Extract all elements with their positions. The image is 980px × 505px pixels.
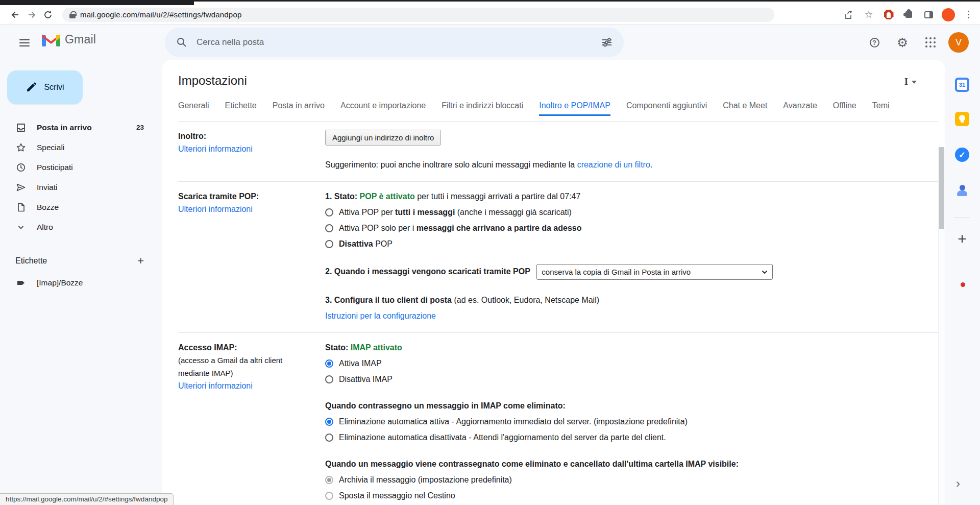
sidebar-item-drafts[interactable]: Bozze [0, 197, 162, 217]
label-tag-icon [15, 278, 27, 288]
tab-componenti-aggiuntivi[interactable]: Componenti aggiuntivi [626, 101, 707, 116]
browser-menu-icon[interactable] [962, 8, 975, 21]
star-icon [15, 142, 27, 153]
search-input[interactable]: Cerca nella posta [197, 37, 601, 47]
browser-tab-strip [0, 0, 980, 5]
sidebar-item-snoozed[interactable]: Posticipati [0, 157, 162, 177]
sidebar-item-inbox[interactable]: Posta in arrivo 23 [0, 117, 162, 137]
radio-icon[interactable] [325, 224, 333, 232]
back-icon[interactable] [7, 7, 23, 23]
sidebar-label-imap-bozze[interactable]: [Imap]/Bozze [0, 274, 162, 292]
tasks-icon[interactable]: ✓ [955, 148, 969, 162]
hide-side-panel-icon[interactable]: › [956, 476, 960, 491]
radio-checked-icon[interactable] [325, 359, 333, 368]
google-apps-icon[interactable] [920, 32, 941, 53]
account-avatar[interactable]: V [948, 32, 969, 53]
main-menu-icon[interactable] [14, 35, 35, 51]
side-panel-icon[interactable] [922, 8, 935, 21]
bookmark-star-icon[interactable]: ☆ [862, 8, 875, 21]
browser-profile-avatar[interactable] [942, 8, 955, 21]
help-icon[interactable]: ? [864, 32, 885, 53]
input-tools-selector[interactable]: I [904, 77, 917, 87]
pop-row: Scarica tramite POP: Ulteriori informazi… [178, 182, 938, 333]
keep-icon[interactable] [955, 112, 969, 126]
tab-account-importazione[interactable]: Account e importazione [340, 101, 426, 116]
settings-gear-icon[interactable]: ⚙ [892, 32, 913, 53]
radio-icon[interactable] [325, 208, 333, 217]
select-caret-icon [762, 270, 768, 274]
sidebar-item-starred[interactable]: Speciali [0, 137, 162, 157]
get-addons-icon[interactable]: + [955, 232, 969, 246]
tab-offline[interactable]: Offline [833, 101, 856, 116]
url-bar[interactable]: mail.google.com/mail/u/2/#settings/fwdan… [62, 8, 774, 22]
tab-filtri-indirizzi[interactable]: Filtri e indirizzi bloccati [442, 101, 523, 116]
companion-divider [954, 218, 970, 218]
radio-icon[interactable] [325, 240, 333, 248]
forwarding-row: Inoltro: Ulteriori informazioni Aggiungi… [178, 122, 938, 182]
search-icon[interactable] [176, 37, 187, 48]
gmail-m-icon [42, 33, 60, 46]
configuration-instructions-link[interactable]: Istruzioni per la configurazione [325, 311, 436, 320]
imap-sublabel: (accesso a Gmail da altri client mediant… [178, 354, 297, 379]
lock-icon [69, 14, 76, 18]
tab-etichette[interactable]: Etichette [225, 101, 256, 116]
imap-status-value: IMAP attivato [351, 343, 402, 352]
tab-posta-in-arrivo[interactable]: Posta in arrivo [273, 101, 325, 116]
imap-delete-heading: Quando contrassegno un messaggio in IMAP… [325, 399, 938, 412]
gmail-logo-text: Gmail [65, 33, 96, 46]
forwarding-more-info-link[interactable]: Ulteriori informazioni [178, 145, 253, 153]
imap-expunge-archive[interactable]: Archivia il messaggio (impostazione pred… [325, 473, 938, 486]
sidebar-item-sent[interactable]: Inviati [0, 177, 162, 197]
tab-inoltro-pop-imap[interactable]: Inoltro e POP/IMAP [539, 101, 610, 116]
pop-label: Scarica tramite POP: [178, 190, 315, 203]
scrollbar-thumb[interactable] [939, 147, 944, 229]
create-label-icon[interactable]: + [137, 255, 144, 267]
radio-checked-icon[interactable] [325, 418, 333, 426]
calendar-icon[interactable]: 31 [955, 78, 969, 92]
inbox-icon [15, 123, 27, 133]
imap-expunge-trash[interactable]: Sposta il messaggio nel Cestino [325, 489, 938, 502]
radio-icon[interactable] [325, 375, 333, 383]
forward-icon[interactable] [23, 7, 40, 23]
add-forwarding-address-button[interactable]: Aggiungi un indirizzo di inoltro [325, 130, 441, 146]
input-tools-caret-icon [912, 81, 917, 84]
search-options-tune-icon[interactable] [601, 37, 612, 48]
tab-avanzate[interactable]: Avanzate [783, 101, 817, 116]
create-filter-link[interactable]: creazione di un filtro [577, 160, 650, 169]
labels-heading: Etichette [15, 256, 47, 266]
compose-button[interactable]: Scrivi [7, 70, 83, 104]
send-icon [15, 182, 27, 193]
pop-when-line: 2. Quando i messaggi vengono scaricati t… [325, 264, 938, 280]
pop-configure-line: 3. Configura il tuo client di posta (ad … [325, 294, 938, 306]
radio-disabled-checked-icon [325, 476, 333, 484]
imap-more-info-link[interactable]: Ulteriori informazioni [178, 381, 253, 390]
extensions-puzzle-icon[interactable] [902, 8, 915, 21]
share-icon[interactable] [842, 8, 855, 21]
tab-chat-meet[interactable]: Chat e Meet [723, 101, 767, 116]
pop-more-info-link[interactable]: Ulteriori informazioni [178, 205, 253, 213]
settings-main: Impostazioni I Generali Etichette Posta … [162, 60, 945, 505]
status-bar-url: https://mail.google.com/mail/u/2/#settin… [0, 493, 174, 505]
gmail-header: Gmail Cerca nella posta ? ⚙ V [0, 25, 980, 60]
tab-temi[interactable]: Temi [872, 101, 890, 116]
adblock-extension-icon[interactable] [882, 8, 895, 21]
url-text[interactable]: mail.google.com/mail/u/2/#settings/fwdan… [80, 10, 241, 19]
sidebar-item-more[interactable]: Altro [0, 217, 162, 237]
reload-icon[interactable] [40, 7, 56, 23]
labels-section-header: Etichette + [0, 252, 162, 270]
pop-option-disable[interactable]: Disattiva POP [325, 237, 938, 250]
imap-autoexpunge-off[interactable]: Eliminazione automatica disattivata - At… [325, 431, 938, 444]
radio-icon[interactable] [325, 434, 333, 442]
settings-tabs: Generali Etichette Posta in arrivo Accou… [178, 101, 895, 116]
pop-option-all-messages[interactable]: Attiva POP per tutti i messaggi (anche i… [325, 206, 938, 219]
imap-autoexpunge-on[interactable]: Eliminazione automatica attiva - Aggiorn… [325, 415, 938, 428]
tab-generali[interactable]: Generali [178, 101, 209, 116]
sidebar-nav: Posta in arrivo 23 Speciali Posticipati … [0, 117, 162, 237]
imap-option-disable[interactable]: Disattiva IMAP [325, 373, 938, 386]
pop-action-select[interactable]: conserva la copia di Gmail in Posta in a… [536, 264, 773, 280]
companion-sidebar: 31 ✓ + › [945, 60, 980, 505]
search-bar[interactable]: Cerca nella posta [165, 28, 624, 57]
imap-option-enable[interactable]: Attiva IMAP [325, 357, 938, 370]
pop-option-from-now[interactable]: Attiva POP solo per i messaggi che arriv… [325, 222, 938, 234]
contacts-icon[interactable] [955, 183, 969, 198]
